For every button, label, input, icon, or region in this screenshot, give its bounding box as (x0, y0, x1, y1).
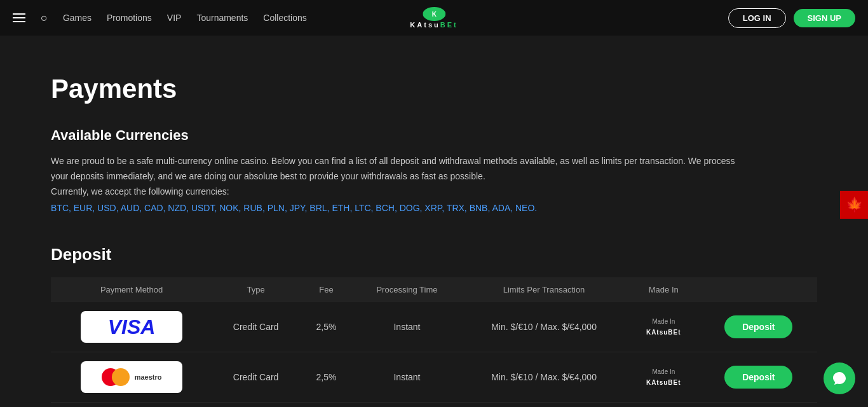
payment-method-maestro: maestro (51, 352, 212, 403)
canada-flag-icon: 🍁 (846, 197, 863, 213)
visa-fee: 2,5% (299, 302, 353, 352)
nav-item-collections[interactable]: Collections (263, 12, 306, 24)
nav-links: Games Promotions VIP Tournaments Collect… (63, 12, 307, 24)
maestro-limits: Min. $/€10 / Max. $/€4,000 (461, 352, 627, 403)
navbar-left: ○ Games Promotions VIP Tournaments Colle… (13, 11, 307, 25)
currencies-section: Available Currencies We are proud to be … (51, 127, 817, 213)
logo-text: KAtsuBEt (410, 21, 458, 29)
table-body: VISA Credit Card 2,5% Instant Min. $/€10… (51, 302, 817, 403)
navbar: ○ Games Promotions VIP Tournaments Colle… (0, 0, 868, 36)
col-payment-method: Payment Method (51, 277, 212, 302)
col-limits: Limits Per Transaction (461, 277, 627, 302)
visa-deposit-button[interactable]: Deposit (724, 315, 792, 338)
description-line3: Currently, we accept the following curre… (51, 184, 813, 200)
description-line2: your deposits immediately, and we are do… (51, 169, 813, 184)
svg-text:K: K (431, 11, 437, 18)
visa-made-in: Made In KAtsuBEt (627, 302, 700, 352)
description-line1: We are proud to be a safe multi-currency… (51, 154, 813, 169)
visa-processing: Instant (353, 302, 461, 352)
currencies-list: BTC, EUR, USD, AUD, CAD, NZD, USDT, NOK,… (51, 203, 817, 213)
flag-widget[interactable]: 🍁 (840, 191, 868, 219)
col-type: Type (212, 277, 299, 302)
table-row: maestro Credit Card 2,5% Instant Min. $/… (51, 352, 817, 403)
maestro-action-cell: Deposit (700, 352, 817, 403)
table-row: VISA Credit Card 2,5% Instant Min. $/€10… (51, 302, 817, 352)
maestro-card: maestro (81, 361, 182, 393)
visa-card: VISA (81, 311, 182, 343)
chat-button[interactable] (824, 362, 855, 394)
visa-action-cell: Deposit (700, 302, 817, 352)
maestro-label: maestro (135, 373, 162, 381)
deposit-heading: Deposit (51, 245, 817, 265)
col-processing-time: Processing Time (353, 277, 461, 302)
table-header: Payment Method Type Fee Processing Time … (51, 277, 817, 302)
page-title: Payments (51, 74, 817, 104)
payment-method-visa: VISA (51, 302, 212, 352)
nav-item-promotions[interactable]: Promotions (107, 12, 152, 24)
logo-icon: K (423, 7, 445, 21)
maestro-logo: maestro (102, 368, 162, 386)
col-fee: Fee (299, 277, 353, 302)
nav-item-tournaments[interactable]: Tournaments (196, 12, 248, 24)
visa-type: Credit Card (212, 302, 299, 352)
nav-item-vip[interactable]: VIP (167, 12, 182, 24)
hamburger-icon[interactable] (13, 13, 25, 22)
maestro-deposit-button[interactable]: Deposit (724, 366, 792, 389)
maestro-processing: Instant (353, 352, 461, 403)
visa-limits: Min. $/€10 / Max. $/€4,000 (461, 302, 627, 352)
deposit-section: Deposit Payment Method Type Fee Processi… (51, 245, 817, 403)
search-icon[interactable]: ○ (41, 11, 48, 25)
maestro-fee: 2,5% (299, 352, 353, 403)
col-action (700, 277, 817, 302)
maestro-circle-orange (112, 368, 130, 386)
payment-table: Payment Method Type Fee Processing Time … (51, 277, 817, 403)
col-made-in: Made In (627, 277, 700, 302)
navbar-right: LOG IN SIGN UP (728, 8, 855, 28)
visa-logo-text: VISA (108, 315, 156, 339)
chat-icon (832, 371, 847, 386)
currencies-heading: Available Currencies (51, 127, 817, 144)
navbar-logo: K KAtsuBEt (410, 7, 458, 29)
login-button[interactable]: LOG IN (728, 8, 786, 28)
main-content: Payments Available Currencies We are pro… (0, 36, 868, 407)
maestro-made-in: Made In KAtsuBEt (627, 352, 700, 403)
maestro-type: Credit Card (212, 352, 299, 403)
signup-button[interactable]: SIGN UP (794, 9, 855, 27)
nav-item-games[interactable]: Games (63, 12, 92, 24)
